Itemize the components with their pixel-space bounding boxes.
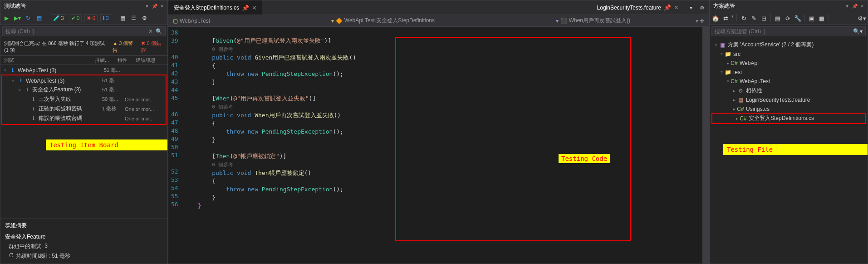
references-node[interactable]: ▸⚙相依性 (710, 86, 868, 95)
solution-search[interactable]: 🔍▾ (711, 26, 866, 36)
dropdown-icon[interactable]: ⚙▾ (858, 14, 866, 22)
folder-node[interactable]: ▿📁test (710, 68, 868, 77)
editor-tab-active[interactable]: 安全登入StepDefinitions.cs 📌 ✕ (168, 0, 262, 15)
playlist-icon[interactable]: ▤ (35, 14, 43, 22)
solution-explorer-title: 方案總管 (713, 2, 735, 10)
project-node[interactable]: ▿C#WebApi.Test (710, 77, 868, 86)
editor-panel: 安全登入StepDefinitions.cs 📌 ✕ LoginSecurity… (168, 0, 709, 264)
test-explorer-panel: 測試總管 ▼ 📌 ✕ ▶ ▶▾ ↻ ▤ 🧪3 ✔0 ✖0 ℹ3 ▦ ☰ ⚙ ✕ … (0, 0, 168, 264)
gear-icon[interactable]: ⚙ (698, 4, 706, 12)
run-all-icon[interactable]: ▶ (2, 14, 10, 22)
test-explorer-title: 測試總管 (4, 2, 26, 10)
annotation-callout: Testing File (723, 144, 868, 155)
dropdown-icon[interactable]: ▼ (845, 4, 849, 9)
preview-icon[interactable]: ▣ (808, 14, 816, 22)
tab-close-icon[interactable]: ✕ (674, 4, 679, 11)
close-icon[interactable]: ✕ (860, 4, 864, 9)
annotation-callout: Testing Code (559, 154, 610, 163)
project-node[interactable]: ▸C#WebApi (710, 59, 868, 68)
properties-icon[interactable]: 🔧 (794, 14, 802, 22)
solution-explorer-header: 方案總管 ▼ 📌 ✕ (710, 0, 868, 12)
search-icon[interactable]: 🔍▾ (853, 28, 863, 35)
scrollbar[interactable] (702, 27, 709, 264)
editor-tabs: 安全登入StepDefinitions.cs 📌 ✕ LoginSecurity… (168, 0, 709, 15)
pass-icon: ✔ (71, 15, 76, 21)
crumb-class[interactable]: ▾ 🔶WebApi.Test.安全登入StepDefinitions (331, 17, 435, 25)
view-icon[interactable]: ▦ (818, 14, 826, 22)
annotation-box: ▸C#安全登入StepDefinitions.cs (711, 113, 866, 124)
file-node[interactable]: ▸C#Usings.cs (710, 105, 868, 114)
clock-icon: ⏱ (9, 252, 14, 260)
solution-search-input[interactable] (715, 28, 853, 35)
test-search-input[interactable] (5, 28, 148, 35)
collapse-icon[interactable]: ⊟ (760, 14, 768, 22)
repeat-icon[interactable]: ↻ (24, 14, 32, 22)
fail-icon: ✖ (87, 15, 91, 21)
code-editor[interactable]: 3839 404142434445 464748495051 525354555… (168, 27, 709, 264)
test-tree-item[interactable]: ▿ℹ安全登入Feature (3)51 毫... (2, 85, 166, 95)
annotation-callout: Testing Item Board (46, 139, 167, 150)
pin-icon[interactable]: 📌 (242, 5, 249, 11)
group-summary: 群組摘要 安全登入Feature 群組中的測試:3 ⏱持續時間總計:51 毫秒 (0, 219, 167, 264)
view-icon[interactable]: ▦ (119, 14, 127, 22)
test-explorer-toolbar: ▶ ▶▾ ↻ ▤ 🧪3 ✔0 ✖0 ℹ3 ▦ ☰ ⚙ (0, 12, 167, 25)
solution-node[interactable]: ▿▣方案 'AccountService' (2 / 2 個專案) (710, 40, 868, 50)
home-icon[interactable]: 🏠 (711, 14, 720, 22)
brush-icon[interactable]: ✎ (750, 14, 758, 22)
crumb-method[interactable]: ▾ ⬛When用戶再次嘗試登入() (556, 17, 630, 25)
settings-icon[interactable]: ⚙ (141, 14, 149, 22)
annotation-box: ▿ℹWebApi.Test (3)51 毫...▿ℹ安全登入Feature (3… (1, 75, 167, 125)
file-node[interactable]: ▸▤LoginSecurityTests.feature (710, 95, 868, 105)
solution-toolbar: 🏠 ⇄▾ ↻ ✎ ⊟ ▤ ⟳ 🔧 ▣ ▦ ⚙▾ (710, 12, 868, 25)
sync-icon[interactable]: ↻ (740, 14, 748, 22)
test-search[interactable]: ✕ 🔍 (2, 26, 166, 36)
dropdown-icon[interactable]: ▾ (687, 4, 695, 12)
switch-icon[interactable]: ⇄ (721, 14, 730, 22)
pin-icon[interactable]: 📌 (152, 4, 157, 9)
file-node[interactable]: ▸C#安全登入StepDefinitions.cs (712, 114, 865, 123)
dropdown-icon[interactable]: ▼ (145, 4, 149, 9)
test-tree-item[interactable]: ℹ錯誤的帳號或密碼One or mor... (2, 114, 166, 123)
pin-icon[interactable]: 📌 (852, 4, 858, 9)
crumb-project[interactable]: ▢WebApi.Test (173, 18, 210, 24)
solution-tree: ▿▣方案 'AccountService' (2 / 2 個專案) ▿📁src … (710, 38, 868, 126)
solution-explorer-panel: 方案總管 ▼ 📌 ✕ 🏠 ⇄▾ ↻ ✎ ⊟ ▤ ⟳ 🔧 ▣ ▦ ⚙▾ 🔍▾ ▿▣… (709, 0, 868, 264)
test-tree-item[interactable]: ℹ正確的帳號和密碼1 毫秒One or mor... (2, 104, 166, 114)
search-icon[interactable]: 🔍 (156, 28, 162, 35)
test-tree-item[interactable]: ℹ三次登入失敗50 毫...One or mor... (2, 95, 166, 104)
info-icon: ℹ (103, 15, 105, 21)
breadcrumb: ▢WebApi.Test ▾ 🔶WebApi.Test.安全登入StepDefi… (168, 15, 709, 27)
test-columns: 測試 持續... 特性 錯誤訊息 (0, 56, 167, 65)
tab-close-icon[interactable]: ✕ (252, 5, 257, 11)
list-icon[interactable]: ☰ (130, 14, 138, 22)
refresh-icon[interactable]: ⟳ (784, 14, 792, 22)
test-tree-item[interactable]: ▿ℹWebApi.Test (3)51 毫... (2, 76, 166, 85)
close-icon[interactable]: ✕ (160, 4, 164, 9)
test-tree: ▿ℹ WebApi.Test (3) 51 毫... ▿ℹWebApi.Test… (0, 65, 167, 126)
pin-icon[interactable]: 📌 (664, 4, 671, 11)
flask-icon: 🧪 (53, 15, 60, 21)
search-clear-icon[interactable]: ✕ (148, 28, 153, 35)
folder-node[interactable]: ▿📁src (710, 50, 868, 59)
run-icon[interactable]: ▶▾ (13, 14, 21, 22)
editor-tab-right[interactable]: LoginSecurityTests.feature 📌 ✕ (592, 1, 684, 14)
test-summary: 測試回合已完成: 在 866 毫秒 執行了 4 項測試 (1 項 ▲ 3 個警告… (0, 38, 167, 56)
show-all-icon[interactable]: ▤ (774, 14, 782, 22)
test-explorer-header: 測試總管 ▼ 📌 ✕ (0, 0, 167, 12)
test-tree-root[interactable]: ▿ℹ WebApi.Test (3) 51 毫... (0, 66, 167, 75)
